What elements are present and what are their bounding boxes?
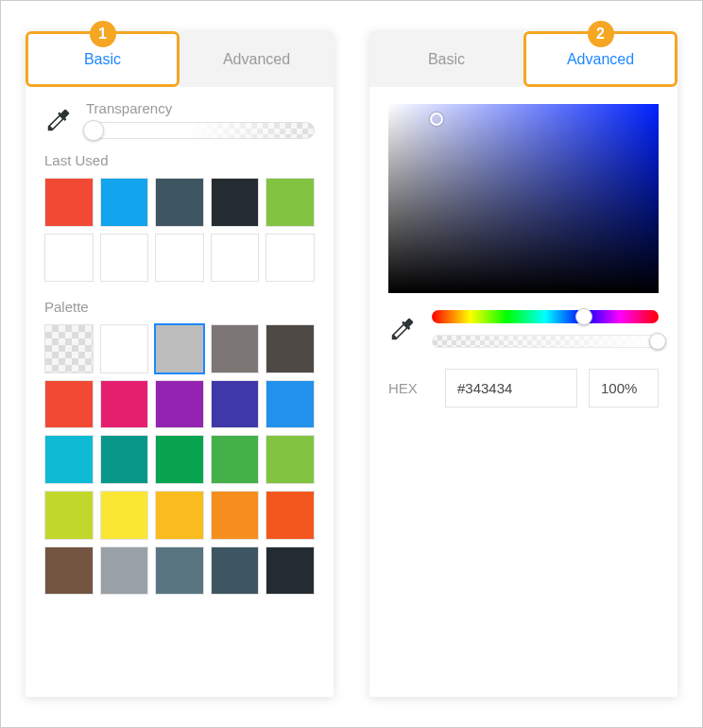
palette-swatch[interactable] <box>44 324 94 373</box>
palette-swatch[interactable] <box>211 491 260 540</box>
last-used-swatch[interactable] <box>44 178 94 227</box>
palette-swatch[interactable] <box>155 435 204 484</box>
palette-swatch[interactable] <box>211 435 260 484</box>
palette-swatch[interactable] <box>155 546 204 596</box>
palette-swatch[interactable] <box>155 491 204 540</box>
last-used-grid <box>26 172 334 291</box>
palette-swatch[interactable] <box>266 491 315 540</box>
palette-swatch[interactable] <box>211 546 260 596</box>
transparency-section: Transparency <box>26 87 334 145</box>
palette-swatch[interactable] <box>155 324 204 373</box>
last-used-swatch[interactable] <box>155 234 204 283</box>
transparency-slider[interactable] <box>86 122 315 139</box>
tab-basic[interactable]: Basic 1 <box>26 31 180 87</box>
last-used-swatch[interactable] <box>100 234 149 283</box>
hue-slider-thumb[interactable] <box>575 308 592 325</box>
hex-label: HEX <box>388 380 434 396</box>
last-used-swatch[interactable] <box>211 178 260 227</box>
palette-swatch[interactable] <box>100 491 149 540</box>
palette-swatch[interactable] <box>266 435 315 484</box>
tab-advanced[interactable]: Advanced 2 <box>523 31 677 87</box>
callout-badge-2: 2 <box>588 21 614 47</box>
last-used-swatch[interactable] <box>266 234 315 283</box>
saturation-value-field[interactable] <box>388 104 659 293</box>
palette-grid <box>26 319 334 604</box>
palette-swatch[interactable] <box>266 380 315 429</box>
last-used-swatch[interactable] <box>44 234 94 283</box>
transparency-slider-thumb[interactable] <box>83 120 104 141</box>
palette-swatch[interactable] <box>100 546 149 596</box>
palette-swatch[interactable] <box>100 324 149 373</box>
palette-swatch[interactable] <box>44 546 94 596</box>
tabs: Basic 1 Advanced <box>26 31 334 87</box>
palette-swatch[interactable] <box>44 435 94 484</box>
last-used-swatch[interactable] <box>155 178 204 227</box>
eyedropper-icon[interactable] <box>388 315 417 343</box>
hex-input[interactable] <box>445 369 577 407</box>
transparency-label: Transparency <box>86 100 315 116</box>
palette-swatch[interactable] <box>266 546 315 596</box>
tab-advanced-label: Advanced <box>567 51 634 67</box>
last-used-swatch[interactable] <box>266 178 315 227</box>
color-picker-basic-panel: Basic 1 Advanced Transparency Last Used … <box>26 31 334 697</box>
hue-slider[interactable] <box>432 310 659 323</box>
tabs: Basic Advanced 2 <box>369 31 677 87</box>
alpha-slider-thumb[interactable] <box>649 333 666 350</box>
last-used-label: Last Used <box>26 145 334 172</box>
palette-label: Palette <box>26 291 334 319</box>
last-used-swatch[interactable] <box>211 234 260 283</box>
palette-swatch[interactable] <box>211 324 260 373</box>
last-used-swatch[interactable] <box>100 178 149 227</box>
tab-advanced-label: Advanced <box>223 51 290 67</box>
palette-swatch[interactable] <box>100 435 149 484</box>
tab-basic-label: Basic <box>84 51 121 67</box>
palette-swatch[interactable] <box>211 380 260 429</box>
palette-swatch[interactable] <box>100 380 149 429</box>
tab-advanced[interactable]: Advanced <box>180 31 334 87</box>
palette-swatch[interactable] <box>266 324 315 373</box>
callout-badge-1: 1 <box>90 21 116 47</box>
color-picker-advanced-panel: Basic Advanced 2 HEX <box>369 31 677 697</box>
tab-basic[interactable]: Basic <box>369 31 523 87</box>
sv-cursor[interactable] <box>430 113 443 126</box>
palette-swatch[interactable] <box>155 380 204 429</box>
tab-basic-label: Basic <box>428 51 465 67</box>
opacity-input[interactable] <box>589 369 659 407</box>
palette-swatch[interactable] <box>44 380 94 429</box>
eyedropper-icon[interactable] <box>44 106 73 134</box>
palette-swatch[interactable] <box>44 491 94 540</box>
alpha-slider[interactable] <box>432 335 659 348</box>
